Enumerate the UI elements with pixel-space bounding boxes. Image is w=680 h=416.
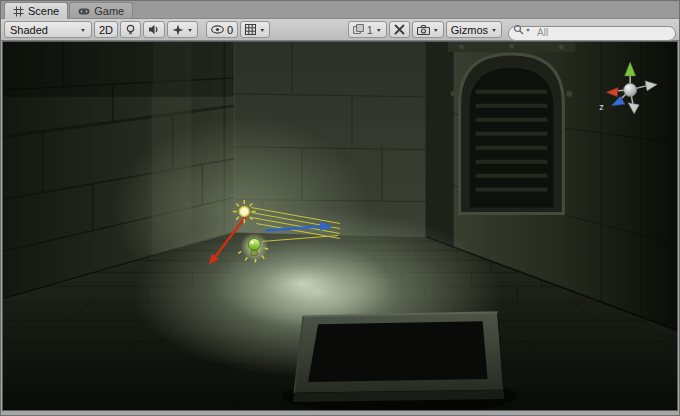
chevron-down-icon: ▼ <box>525 27 531 32</box>
camera-icon <box>417 25 430 35</box>
stone-trough[interactable] <box>282 312 517 410</box>
visibility-eye-icon <box>211 25 224 34</box>
scene-cameras-dropdown[interactable]: 1 ▼ <box>348 21 387 38</box>
draw-mode-dropdown[interactable]: Shaded ▼ <box>4 21 92 38</box>
unity-scene-window: Scene Game Shaded ▼ 2D <box>0 0 680 416</box>
chevron-down-icon: ▼ <box>187 27 193 32</box>
axis-z-label: z <box>599 102 604 112</box>
game-gamepad-icon <box>78 6 90 16</box>
tab-game-label: Game <box>94 5 124 17</box>
speaker-icon <box>148 24 160 35</box>
sun-light-gizmo[interactable] <box>233 200 256 223</box>
floor-light-pool-core <box>212 241 391 325</box>
gizmos-dropdown[interactable]: Gizmos ▼ <box>446 21 502 38</box>
grid-snap-icon <box>245 24 256 35</box>
search-icon-group[interactable]: ▼ <box>513 24 531 35</box>
scene-search: ▼ <box>508 22 676 37</box>
search-icon <box>513 24 524 35</box>
chevron-down-icon: ▼ <box>491 27 497 32</box>
light-bulb-icon <box>125 24 136 36</box>
effects-dropdown-button[interactable]: ▼ <box>167 21 198 38</box>
tools-button[interactable] <box>389 21 410 38</box>
scene-cameras-value: 1 <box>367 24 373 36</box>
grid-visibility-dropdown[interactable]: ▼ <box>240 21 270 38</box>
toggle-2d-label: 2D <box>99 24 113 36</box>
chevron-down-icon: ▼ <box>433 27 439 32</box>
draw-mode-label: Shaded <box>10 24 48 36</box>
crossed-tools-icon <box>394 24 405 35</box>
tab-scene-label: Scene <box>28 5 59 17</box>
scene-camera-settings-dropdown[interactable]: ▼ <box>412 21 444 38</box>
scene-viewport[interactable]: z <box>2 41 678 411</box>
effects-sparkle-icon <box>172 24 184 36</box>
scene-toolbar: Shaded ▼ 2D ▼ <box>1 19 679 41</box>
chevron-down-icon: ▼ <box>80 27 86 32</box>
cameras-layers-icon <box>353 24 364 35</box>
lighting-toggle-button[interactable] <box>120 21 141 38</box>
hidden-objects-count: 0 <box>227 24 233 36</box>
scene-render[interactable]: z <box>3 42 677 410</box>
tab-scene[interactable]: Scene <box>4 2 68 19</box>
axis-center-ball[interactable] <box>624 83 637 96</box>
hidden-objects-button[interactable]: 0 <box>206 21 238 38</box>
toggle-2d-button[interactable]: 2D <box>94 21 118 38</box>
audio-toggle-button[interactable] <box>143 21 165 38</box>
chevron-down-icon: ▼ <box>376 27 382 32</box>
scene-search-input[interactable] <box>508 26 676 41</box>
scene-grid-icon <box>13 6 24 17</box>
chevron-down-icon: ▼ <box>259 27 265 32</box>
tab-bar: Scene Game <box>1 1 679 19</box>
tab-game[interactable]: Game <box>69 2 133 18</box>
gizmos-label: Gizmos <box>451 24 488 36</box>
